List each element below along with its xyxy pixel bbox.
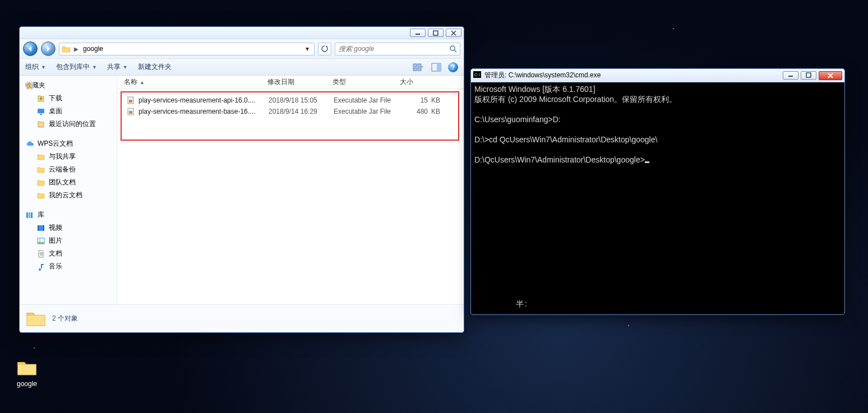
explorer-titlebar[interactable]: [20, 27, 464, 39]
svg-text:C:\: C:\: [474, 72, 481, 77]
minimize-button[interactable]: [783, 71, 798, 80]
sidebar-item-wps-my[interactable]: 我的云文档: [21, 189, 116, 202]
svg-rect-15: [38, 225, 39, 231]
sidebar-item-desktop[interactable]: 桌面: [21, 105, 116, 118]
svg-rect-20: [129, 100, 132, 103]
nav-forward-button[interactable]: [41, 41, 56, 56]
desktop-folder-icon[interactable]: google: [10, 359, 44, 388]
chevron-down-icon: ▼: [123, 64, 128, 70]
search-box[interactable]: [335, 43, 460, 55]
close-icon: [451, 30, 456, 36]
breadcrumb-segment[interactable]: google: [82, 45, 104, 53]
svg-rect-4: [418, 64, 421, 67]
toolbar-label: 新建文件夹: [138, 62, 172, 72]
arrow-left-icon: [27, 45, 34, 52]
help-button[interactable]: ?: [448, 62, 458, 72]
cmd-line: Microsoft Windows [版本 6.1.7601]: [474, 85, 595, 94]
svg-point-18: [39, 239, 41, 240]
minimize-icon: [788, 72, 793, 78]
close-button[interactable]: [446, 29, 461, 37]
explorer-navbar: ▶ google ▾: [20, 39, 464, 59]
column-label: 大小: [400, 77, 413, 87]
arrow-right-icon: [45, 45, 52, 52]
svg-rect-26: [806, 73, 811, 77]
column-date[interactable]: 修改日期: [264, 77, 329, 87]
ime-indicator: 半:: [516, 299, 528, 309]
folder-icon: [25, 309, 47, 328]
svg-rect-11: [26, 212, 28, 218]
sidebar-group-favorites[interactable]: 收藏夹: [21, 79, 116, 92]
svg-rect-22: [129, 111, 132, 114]
file-size-unit: KB: [431, 108, 442, 115]
maximize-button[interactable]: [801, 71, 816, 80]
sidebar-item-pictures[interactable]: 图片: [21, 234, 116, 247]
cmd-title-text: 管理员: C:\windows\system32\cmd.exe: [484, 71, 601, 80]
sidebar-item-downloads[interactable]: 下载: [21, 92, 116, 105]
sidebar-item-documents[interactable]: 文档: [21, 247, 116, 260]
toolbar-include-in-library[interactable]: 包含到库中 ▼: [56, 62, 97, 72]
sidebar-label: 文档: [49, 249, 62, 258]
explorer-body: 收藏夹 下载 桌面 最近访问的位置 WPS云文档 与我共享: [20, 76, 464, 304]
cmd-line: C:\Users\guominfang>D:: [474, 115, 561, 124]
cmd-prompt-line: D:\QcUsers\Win7\Administrator\Desktop\go…: [474, 155, 645, 164]
maximize-button[interactable]: [428, 29, 444, 37]
sidebar-label: 云端备份: [49, 165, 76, 174]
sidebar-label: 视频: [49, 223, 62, 233]
file-size-unit: KB: [431, 96, 442, 104]
minimize-button[interactable]: [410, 29, 426, 37]
document-icon: [36, 249, 45, 258]
search-icon[interactable]: [449, 44, 458, 53]
sidebar-item-recent[interactable]: 最近访问的位置: [21, 118, 116, 131]
file-list: 名称 ▲ 修改日期 类型 大小 play-services-measuremen…: [117, 76, 464, 304]
toolbar-new-folder[interactable]: 新建文件夹: [138, 62, 172, 72]
chevron-down-icon[interactable]: ▾: [303, 45, 312, 53]
sidebar-label: 我的云文档: [49, 191, 82, 200]
sidebar-group-libraries[interactable]: 库: [21, 208, 116, 221]
file-type: Executable Jar File: [330, 108, 398, 115]
column-headers: 名称 ▲ 修改日期 类型 大小: [117, 76, 464, 89]
sidebar-item-wps-share[interactable]: 与我共享: [21, 150, 116, 163]
sidebar-group-wps[interactable]: WPS云文档: [21, 137, 116, 150]
refresh-button[interactable]: [318, 43, 331, 55]
file-row[interactable]: play-services-measurement-base-16.... 20…: [122, 106, 458, 117]
column-type[interactable]: 类型: [329, 77, 396, 87]
view-options-button[interactable]: [412, 61, 424, 73]
file-name: play-services-measurement-base-16....: [138, 108, 255, 115]
file-name: play-services-measurement-api-16.0....: [138, 96, 255, 104]
sidebar-label: WPS云文档: [38, 139, 73, 149]
chevron-down-icon: ▼: [41, 64, 46, 70]
search-input[interactable]: [338, 44, 446, 53]
close-button[interactable]: [819, 71, 842, 80]
explorer-toolbar: 组织 ▼ 包含到库中 ▼ 共享 ▼ 新建文件夹: [20, 59, 464, 76]
file-date: 2018/9/14 16:29: [265, 108, 330, 115]
sidebar-label: 音乐: [49, 262, 62, 271]
sidebar-item-wps-backup[interactable]: 云端备份: [21, 163, 116, 176]
recent-icon: [36, 120, 45, 129]
toolbar-label: 包含到库中: [56, 62, 90, 72]
svg-rect-0: [415, 34, 420, 35]
sidebar-item-music[interactable]: 音乐: [21, 260, 116, 273]
column-name[interactable]: 名称 ▲: [121, 77, 264, 87]
cmd-terminal[interactable]: Microsoft Windows [版本 6.1.7601] 版权所有 (c)…: [471, 82, 844, 314]
jar-file-icon: [126, 96, 135, 105]
explorer-window: ▶ google ▾ 组织 ▼ 包含到库中 ▼ 共享 ▼: [19, 26, 464, 333]
column-size[interactable]: 大小: [396, 77, 432, 87]
close-icon: [828, 73, 833, 78]
file-size: 15: [398, 96, 431, 104]
refresh-icon: [321, 45, 329, 53]
folder-icon: [16, 359, 38, 378]
desktop-icon: [36, 107, 45, 116]
file-size: 480: [398, 108, 431, 115]
cloud-icon: [25, 140, 34, 149]
cmd-titlebar[interactable]: C:\ 管理员: C:\windows\system32\cmd.exe: [471, 69, 844, 82]
toolbar-label: 组织: [25, 62, 39, 72]
sidebar-item-videos[interactable]: 视频: [21, 221, 116, 234]
file-row[interactable]: play-services-measurement-api-16.0.... 2…: [122, 95, 458, 106]
breadcrumb[interactable]: ▶ google ▾: [59, 43, 315, 55]
jar-file-icon: [126, 107, 135, 116]
nav-back-button[interactable]: [23, 41, 38, 56]
preview-pane-button[interactable]: [430, 61, 442, 73]
toolbar-share[interactable]: 共享 ▼: [107, 62, 128, 72]
toolbar-organize[interactable]: 组织 ▼: [25, 62, 46, 72]
sidebar-item-wps-team[interactable]: 团队文档: [21, 176, 116, 189]
